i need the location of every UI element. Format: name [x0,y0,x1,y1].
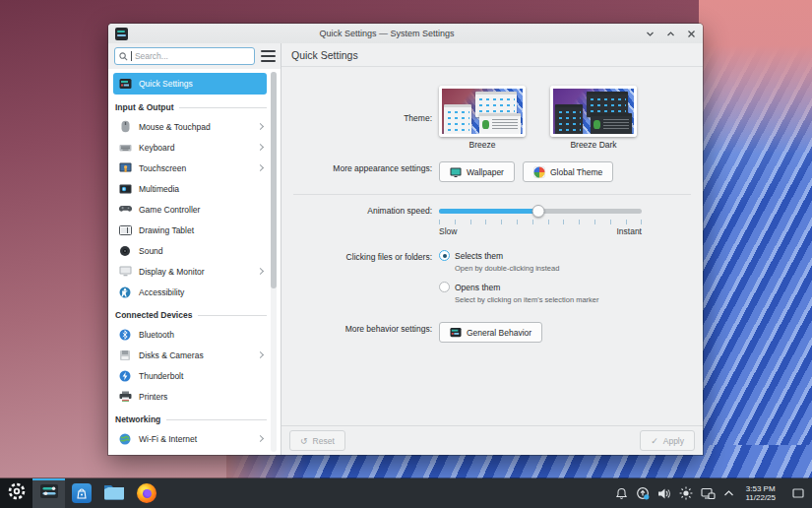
system-settings-task-icon [39,481,59,505]
sidebar-item-drawing-tablet[interactable]: Drawing Tablet [113,220,267,240]
radio-opens-them[interactable]: Opens them [439,282,599,292]
chevron-right-icon [257,435,264,442]
chevron-right-icon [257,164,264,171]
settings-form: Theme: Breeze [281,67,703,425]
theme-option-breeze-dark[interactable]: Breeze Dark [550,86,637,150]
check-icon: ✓ [651,436,658,446]
system-tray: 3:53 PM 11/22/25 [615,478,812,508]
breeze-preview-image [439,86,526,137]
reset-button[interactable]: ↺ Reset [289,430,345,451]
chevron-right-icon [257,144,264,151]
chevron-right-icon [257,123,264,130]
undo-icon: ↺ [300,436,308,446]
chevron-right-icon [257,351,264,358]
taskbar: 3:53 PM 11/22/25 [0,478,812,508]
maximize-button[interactable] [666,30,675,38]
sidebar: Quick Settings Input & Output Mouse & To… [108,43,281,455]
slider-ticks [439,220,642,224]
sidebar-item-sound[interactable]: Sound [113,240,267,261]
global-theme-button[interactable]: Global Theme [523,161,613,182]
animation-speed-slider[interactable] [439,205,642,218]
scrollbar-thumb[interactable] [271,72,277,288]
updates-icon[interactable] [636,486,650,500]
taskbar-file-manager[interactable] [97,478,130,508]
animation-speed-label: Animation speed: [281,205,439,216]
brightness-icon[interactable] [679,486,693,500]
discover-icon [72,483,92,503]
radio-opens-them-description: Select by clicking on item's selection m… [455,295,599,304]
sidebar-item-display-monitor[interactable]: Display & Monitor [113,261,267,282]
slider-max-label: Instant [616,226,642,236]
theme-name: Breeze Dark [570,140,616,150]
text-caret [131,51,132,61]
sidebar-item-touchscreen[interactable]: Touchscreen [113,158,267,178]
disks-cameras-icon [118,349,132,362]
sidebar-item-keyboard[interactable]: Keyboard [113,137,267,158]
close-button[interactable] [687,30,696,38]
sidebar-item-thunderbolt[interactable]: Thunderbolt [113,365,267,386]
expand-tray-icon[interactable] [723,489,734,497]
global-theme-icon [533,166,545,178]
sidebar-item-printers[interactable]: Printers [113,386,267,407]
taskbar-discover[interactable] [65,478,97,508]
wifi-internet-icon [118,432,132,446]
app-launcher-button[interactable] [0,478,32,508]
search-input[interactable] [135,51,250,61]
taskbar-system-settings[interactable] [32,478,65,508]
folder-icon [103,482,125,504]
sidebar-item-wifi-internet[interactable]: Wi-Fi & Internet [113,428,267,449]
volume-icon[interactable] [657,487,671,500]
sidebar-list: Quick Settings Input & Output Mouse & To… [108,69,281,455]
chevron-right-icon [257,268,264,275]
sidebar-item-multimedia[interactable]: Multimedia [113,178,267,199]
mouse-icon [118,120,132,134]
notifications-icon[interactable] [615,487,628,500]
separator [293,194,691,195]
show-desktop-button[interactable] [790,488,806,498]
search-field[interactable] [114,47,255,65]
theme-label: Theme: [281,113,439,123]
taskbar-firefox[interactable] [130,478,162,508]
general-behavior-icon [450,327,462,339]
clock-date: 11/22/25 [745,493,776,502]
slider-fill [439,209,538,214]
quick-settings-icon [118,77,132,91]
slider-min-label: Slow [439,226,457,236]
window-title: Quick Settings — System Settings [128,29,646,38]
radio-selects-them[interactable]: Selects them [439,250,599,261]
printers-icon [118,390,132,404]
multimedia-icon [118,182,132,196]
sidebar-item-game-controller[interactable]: Game Controller [113,199,267,220]
menu-icon[interactable] [261,50,276,62]
apply-button[interactable]: ✓ Apply [640,430,695,451]
wallpaper-icon [450,166,462,178]
keyboard-icon [118,141,132,155]
section-header-connected-devices: Connected Devices [115,310,267,320]
display-tray-icon[interactable] [701,487,716,500]
desktop: Quick Settings — System Settings [0,0,812,508]
titlebar[interactable]: Quick Settings — System Settings [108,24,703,43]
sidebar-item-mouse-touchpad[interactable]: Mouse & Touchpad [113,116,267,137]
general-behavior-button[interactable]: General Behavior [439,322,542,343]
sidebar-item-disks-cameras[interactable]: Disks & Cameras [113,345,267,365]
sidebar-scrollbar[interactable] [271,72,277,452]
section-header-networking: Networking [115,414,267,424]
system-settings-window: Quick Settings — System Settings [108,24,703,455]
bluetooth-icon [118,328,132,342]
behavior-label: More behavior settings: [281,322,439,334]
section-header-input-output: Input & Output [115,102,267,112]
sidebar-item-accessibility[interactable]: Accessibility [113,282,267,302]
radio-button-checked[interactable] [439,250,450,261]
wallpaper-button[interactable]: Wallpaper [439,161,515,182]
footer-bar: ↺ Reset ✓ Apply [281,425,703,455]
clicking-label: Clicking files or folders: [281,250,439,262]
breeze-dark-preview-image [550,86,637,137]
system-settings-icon [115,28,128,40]
theme-option-breeze[interactable]: Breeze [439,86,526,150]
slider-handle[interactable] [531,205,544,218]
minimize-button[interactable] [646,30,655,38]
clock[interactable]: 3:53 PM 11/22/25 [742,484,779,502]
radio-button-unchecked[interactable] [439,282,450,292]
sidebar-item-quick-settings[interactable]: Quick Settings [113,73,267,95]
sidebar-item-bluetooth[interactable]: Bluetooth [113,324,267,345]
